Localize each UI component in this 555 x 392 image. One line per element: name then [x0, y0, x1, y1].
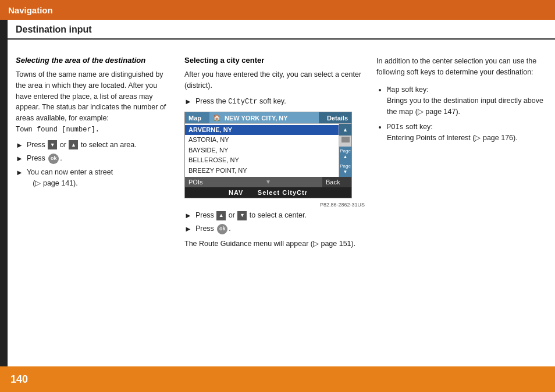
left-body-text: Towns of the same name are distinguished…	[16, 69, 173, 135]
right-column: In addition to the center selection you …	[376, 56, 547, 361]
nav-details-label: Details	[319, 112, 351, 123]
right-dot-list: Map soft key: Brings you to the destinat…	[376, 84, 547, 144]
down-arrow-btn[interactable]: ▼	[48, 140, 57, 149]
arrow-icon: ►	[184, 223, 192, 235]
list-item: Map soft key: Brings you to the destinat…	[387, 84, 547, 117]
list-item[interactable]: BAYSIDE, NY	[185, 145, 339, 155]
page-footer: 140	[0, 366, 555, 392]
arrow-icon: ►	[16, 140, 23, 151]
scroll-thumb	[341, 137, 350, 142]
list-item: ► Press the CityCtr soft key.	[184, 96, 365, 108]
nav-scrollbar: ▲ Page▲ Page▼	[339, 124, 351, 177]
nav-top-row: Map 🏠 NEW YORK CITY, NY Details	[185, 112, 351, 124]
list-item: ► Press ok.	[184, 223, 365, 235]
up-btn[interactable]: ▲	[216, 211, 226, 220]
list-item[interactable]: BELLEROSE, NY	[185, 155, 339, 165]
page-number: 140	[10, 373, 28, 386]
page-header: Navigation	[0, 0, 555, 20]
ok-button[interactable]: ok	[217, 224, 227, 234]
page-down-btn[interactable]: Page▼	[339, 162, 351, 177]
nav-back-label[interactable]: Back	[322, 177, 351, 187]
nav-city-bar: 🏠 NEW YORK CITY, NY	[209, 112, 319, 123]
down-btn[interactable]: ▼	[237, 211, 247, 220]
main-content: Selecting the area of the destination To…	[8, 47, 555, 366]
middle-body1: After you have entered the city, you can…	[184, 69, 365, 91]
arrow-icon: ►	[184, 96, 192, 108]
arrow-icon: ►	[184, 210, 192, 222]
list-item[interactable]: BREEZY POINT, NY	[185, 166, 339, 176]
nav-map-label: Map	[185, 112, 209, 123]
middle-column: Selecting a city center After you have e…	[184, 56, 365, 361]
middle-section-title: Selecting a city center	[184, 56, 365, 65]
nav-list-area: ARVERNE, NY ASTORIA, NY BAYSIDE, NY BELL…	[185, 124, 351, 177]
page-up-btn[interactable]: Page▲	[339, 147, 351, 162]
list-item: POIs soft key: Entering Points of Intere…	[387, 122, 547, 144]
ok-button[interactable]: ok	[48, 154, 59, 164]
nav-pois-label[interactable]: POIs	[185, 177, 214, 187]
home-icon: 🏠	[213, 114, 221, 122]
nav-city-list: ARVERNE, NY ASTORIA, NY BAYSIDE, NY BELL…	[185, 124, 339, 177]
left-black-bar	[0, 20, 8, 392]
middle-bullet-list-2: ► Press ▲ or ▼ to select a center. ► Pre…	[184, 210, 365, 235]
scroll-track	[339, 136, 351, 147]
arrow-icon: ►	[16, 153, 23, 165]
middle-body2: The Route Guidance menu will appear (▷ p…	[184, 238, 365, 250]
left-bullet-list: ► Press ▼ or ▲ to select an area. ► Pres…	[16, 140, 173, 189]
nav-bottom-bar: POIs ▼ Back	[185, 177, 351, 187]
image-caption: P82.86-2862-31US	[184, 202, 365, 208]
nav-city-text: NEW YORK CITY, NY	[225, 115, 288, 122]
nav-nav-bar: NAV Select CityCtr	[185, 187, 351, 198]
left-section-title: Selecting the area of the destination	[16, 56, 173, 65]
list-item: ► Press ok.	[16, 153, 173, 165]
middle-bullet-list-1: ► Press the CityCtr soft key.	[184, 96, 365, 108]
list-item: ► Press ▲ or ▼ to select a center.	[184, 210, 365, 222]
header-title: Navigation	[8, 5, 53, 15]
list-item[interactable]: ARVERNE, NY	[185, 125, 339, 135]
up-arrow-btn[interactable]: ▲	[69, 140, 78, 149]
list-item[interactable]: ASTORIA, NY	[185, 135, 339, 145]
arrow-icon: ►	[16, 167, 23, 179]
nav-screen: Map 🏠 NEW YORK CITY, NY Details ARVERNE,…	[184, 112, 352, 198]
sub-header-title: Destination input	[16, 24, 92, 34]
right-body-intro: In addition to the center selection you …	[376, 56, 547, 79]
sub-header: Destination input	[8, 20, 555, 40]
scroll-up-btn[interactable]: ▲	[339, 124, 351, 136]
left-column: Selecting the area of the destination To…	[16, 56, 173, 361]
list-item: ► Press ▼ or ▲ to select an area.	[16, 140, 173, 151]
list-item: ► You can now enter a street (▷ page 141…	[16, 167, 173, 189]
